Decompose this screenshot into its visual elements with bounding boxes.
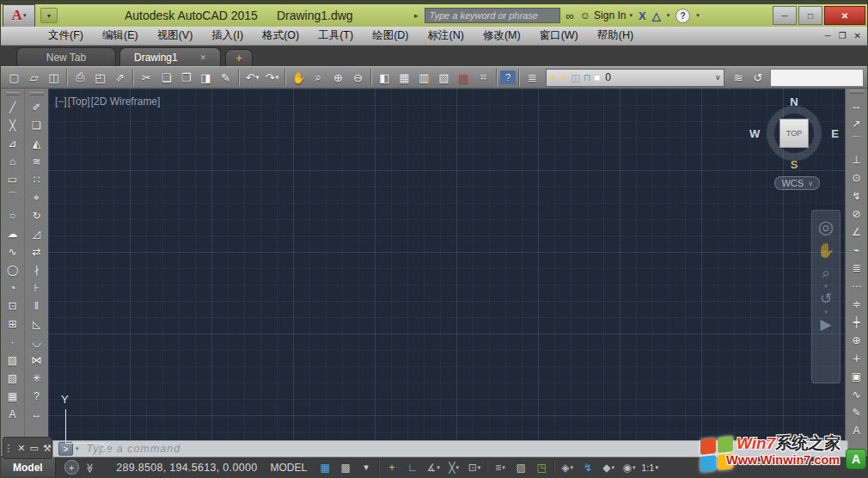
command-prompt-icon[interactable]: > (58, 442, 73, 456)
model-layout-tab[interactable]: Model (1, 457, 56, 477)
layer-previous-icon[interactable]: ↺ (748, 69, 767, 87)
match-properties-icon[interactable]: ✎ (216, 69, 235, 87)
doc-close-button[interactable]: ✕ (854, 31, 861, 40)
model-space-label[interactable]: MODEL (270, 462, 307, 474)
dim-arc-length-icon[interactable]: ⌒ (847, 132, 866, 150)
object-snap-icon[interactable]: ⊡▾ (464, 459, 485, 475)
view-cube[interactable]: N S W E TOP (760, 99, 828, 168)
publish-icon[interactable]: ⇗ (110, 69, 130, 87)
doc-minimize-button[interactable]: ─ (825, 31, 831, 40)
tool-stretch-icon[interactable]: ⇄ (28, 242, 46, 260)
layer-states-icon[interactable]: ≋ (728, 69, 748, 87)
search-input[interactable] (425, 8, 560, 23)
quick-access-customize-button[interactable]: ▾ (40, 8, 58, 23)
dim-inspect-icon[interactable]: ▣ (847, 367, 866, 385)
coordinates-readout[interactable]: 289.8508, 194.5613, 0.0000 (116, 462, 257, 474)
snap-dropdown[interactable]: ▾ (356, 459, 376, 475)
copy-icon[interactable]: ❏ (156, 69, 176, 87)
markup-set-manager-icon[interactable]: ▨ (454, 69, 474, 87)
dim-continue-icon[interactable]: ⋯ (847, 277, 866, 295)
dim-baseline-icon[interactable]: ≣ (847, 259, 866, 277)
viewcube-north[interactable]: N (790, 95, 798, 108)
viewport-style-control[interactable]: [2D Wireframe] (91, 95, 161, 107)
zoom-realtime-icon[interactable]: ⌕ (309, 69, 328, 87)
application-menu-button[interactable]: A ▾ (3, 4, 35, 28)
dynamic-input-icon[interactable]: + (382, 459, 402, 475)
close-button[interactable]: ✕ (824, 6, 865, 25)
polar-tracking-icon[interactable]: ∡▾ (423, 459, 443, 475)
tool-fillet-icon[interactable]: ◡ (28, 333, 46, 351)
transparency-icon[interactable]: ▨ (510, 459, 531, 475)
dim-quick-icon[interactable]: ⌁ (847, 241, 866, 259)
layer-unlock-icon[interactable]: ⊓ (584, 72, 591, 83)
dim-space-icon[interactable]: ≑ (847, 295, 866, 313)
tool-construction-line-icon[interactable]: ╳ (3, 116, 22, 134)
dim-linear-icon[interactable]: ↔ (847, 96, 866, 114)
paste-special-icon[interactable]: ◨ (196, 69, 216, 87)
viewcube-east[interactable]: E (831, 127, 839, 140)
dim-jogged-linear-icon[interactable]: ∿ (847, 385, 866, 403)
toolbar-grip[interactable] (30, 92, 44, 95)
plot-icon[interactable]: ⎙ (70, 69, 90, 87)
workspace-switching-icon[interactable]: ◆▾ (598, 459, 619, 475)
ortho-mode-icon[interactable]: ∟ (402, 459, 423, 475)
sheet-set-manager-icon[interactable]: ▧ (434, 69, 454, 87)
layer-control-dropdown[interactable]: ●☀◫⊓■ 0 ∨ (546, 69, 724, 87)
dim-break-icon[interactable]: ┿ (847, 313, 866, 331)
minimize-button[interactable]: ─ (773, 6, 797, 25)
close-toolbar-icon[interactable]: ✕ (17, 443, 25, 454)
layer-on-icon[interactable]: ● (550, 72, 556, 83)
tool-extend-icon[interactable]: ⊦ (28, 279, 46, 297)
help-button[interactable]: ? (675, 9, 690, 23)
tool-trim-icon[interactable]: ∤ (28, 260, 46, 279)
dim-angular-icon[interactable]: ∠ (847, 223, 866, 241)
properties-palette-icon[interactable]: ◧ (375, 69, 394, 87)
tool-help-icon[interactable]: ? (28, 387, 46, 405)
tool-chamfer-icon[interactable]: ◺ (28, 315, 46, 333)
menu-modify[interactable]: 修改(M) (474, 28, 530, 43)
tool-mirror-icon[interactable]: ◭ (28, 134, 46, 152)
tool-make-block-icon[interactable]: ⊞ (3, 315, 22, 333)
new-layout-button[interactable]: + (64, 460, 79, 475)
layer-vp-freeze-icon[interactable]: ◫ (572, 72, 580, 83)
doc-restore-button[interactable]: ❐ (839, 31, 847, 40)
dim-jogged-icon[interactable]: ↯ (847, 187, 866, 205)
menu-edit[interactable]: 编辑(E) (93, 28, 148, 43)
tool-spline-icon[interactable]: ∿ (3, 242, 22, 260)
dim-ordinate-icon[interactable]: ⊥ (847, 150, 866, 169)
wcs-selector[interactable]: WCS ∨ (774, 176, 820, 190)
redo-icon[interactable]: ↷▾ (262, 69, 282, 87)
tool-circle-icon[interactable]: ○ (3, 206, 22, 224)
tool-multiline-text-icon[interactable]: A (3, 405, 22, 423)
save-icon[interactable]: ◫ (44, 69, 64, 87)
tool-scale-icon[interactable]: ◿ (28, 224, 46, 242)
layer-thaw-icon[interactable]: ☀ (559, 72, 568, 83)
tool-ellipse-icon[interactable]: ◯ (3, 260, 22, 279)
a360-icon[interactable]: △ (652, 9, 661, 22)
nav-pan-icon[interactable]: ✋ (816, 243, 834, 258)
viewport-view-control[interactable]: [Top] (68, 95, 90, 107)
nav-orbit-icon[interactable]: ↺ (820, 291, 832, 306)
tool-offset-icon[interactable]: ≋ (28, 152, 46, 170)
snap-mode-icon[interactable]: ▩ (335, 459, 356, 475)
box-icon[interactable]: ▭ (29, 443, 38, 454)
tool-measure-icon[interactable]: ↔ (28, 405, 46, 423)
dim-edit-icon[interactable]: ✎ (847, 403, 866, 421)
toolbar-grip[interactable] (850, 90, 864, 94)
tool-insert-block-icon[interactable]: ⊡ (3, 297, 22, 315)
paste-icon[interactable]: ❐ (176, 69, 196, 87)
tool-rotate-icon[interactable]: ↻ (28, 206, 46, 224)
layer-state-combo[interactable] (770, 69, 864, 87)
design-center-icon[interactable]: ▦ (394, 69, 414, 87)
menu-window[interactable]: 窗口(W) (530, 28, 588, 43)
exchange-apps-icon[interactable]: X (639, 9, 646, 22)
dim-tolerance-icon[interactable]: ⊕ (847, 331, 866, 349)
quick-calc-icon[interactable]: ⌗ (474, 69, 493, 87)
zoom-window-icon[interactable]: ⊕ (328, 69, 348, 87)
undo-icon[interactable]: ↶▾ (242, 69, 262, 87)
menu-draw[interactable]: 绘图(D) (363, 28, 418, 43)
search-expand-icon[interactable]: ▸ (414, 11, 419, 20)
tool-polygon-icon[interactable]: ⌂ (3, 152, 22, 170)
customize-wrench-icon[interactable]: ⚒ (43, 443, 52, 454)
tab-close-icon[interactable]: ✕ (199, 53, 206, 62)
